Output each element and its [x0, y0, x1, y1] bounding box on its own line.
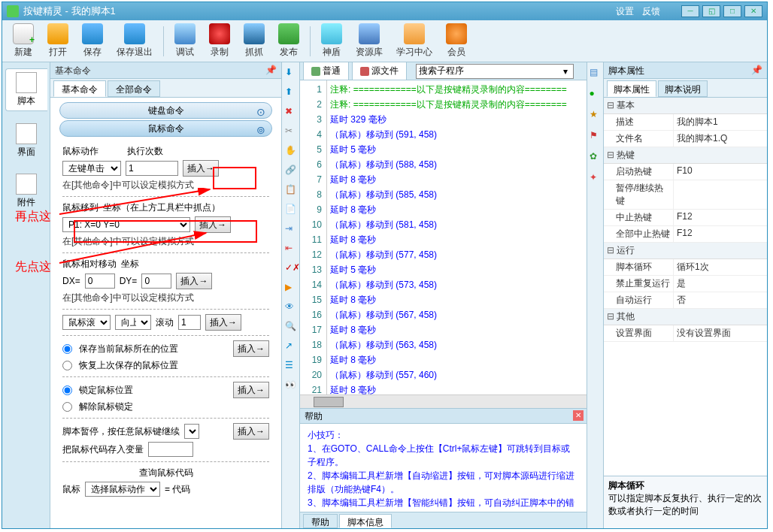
wheel-select[interactable]: 鼠标滚轮 — [62, 315, 111, 330]
insert-button-3[interactable]: 插入→ — [176, 273, 212, 289]
tool-hand-icon[interactable]: ✋ — [285, 145, 297, 157]
search-subroutine-input[interactable] — [416, 64, 574, 79]
side-tool-1[interactable]: ▤ — [590, 67, 602, 79]
code-line[interactable]: 延时 8 毫秒 — [330, 292, 584, 307]
code-line[interactable]: （鼠标）移动到 (588, 458) — [330, 157, 584, 172]
tool-find-icon[interactable]: 🔍 — [285, 321, 297, 333]
pin-icon[interactable]: 📌 — [265, 65, 277, 75]
exec-count-input[interactable] — [126, 161, 178, 176]
radio-savepos[interactable] — [62, 344, 72, 354]
help-tab-help[interactable]: 帮助 — [303, 514, 338, 528]
radio-unlock[interactable] — [62, 402, 72, 412]
settings-link[interactable]: 设置 — [616, 6, 634, 17]
tool-check-icon[interactable]: ✓✗ — [285, 262, 297, 274]
toolbar-神盾[interactable]: 神盾 — [315, 22, 348, 60]
dy-input[interactable] — [141, 274, 171, 289]
insert-button-2[interactable]: 插入→ — [195, 216, 231, 233]
side-tool-2[interactable]: ● — [590, 88, 602, 100]
code-line[interactable]: （鼠标）移动到 (591, 458) — [330, 127, 584, 142]
toolbar-保存退出[interactable]: 保存退出 — [111, 22, 159, 60]
code-line[interactable]: 延时 329 毫秒 — [330, 112, 584, 127]
prop-row[interactable]: 描述我的脚本1 — [604, 114, 767, 131]
search-dropdown-icon[interactable]: ▾ — [563, 66, 568, 77]
toolbar-会员[interactable]: 会员 — [440, 22, 473, 60]
minimize-button[interactable]: ─ — [681, 5, 699, 17]
side-tool-5[interactable]: ✿ — [590, 151, 602, 163]
tool-watch-icon[interactable]: 👀 — [285, 379, 297, 391]
tool-link-icon[interactable]: 🔗 — [285, 165, 297, 177]
restore-button[interactable]: ◱ — [702, 5, 720, 17]
pin-icon[interactable]: 📌 — [751, 65, 762, 75]
code-line[interactable]: （鼠标）移动到 (577, 458) — [330, 247, 584, 262]
toolbar-学习中心[interactable]: 学习中心 — [390, 22, 438, 60]
tool-eye-icon[interactable]: 👁 — [285, 301, 297, 313]
code-line[interactable]: （鼠标）移动到 (581, 458) — [330, 217, 584, 232]
tool-list-icon[interactable]: ☰ — [285, 360, 297, 372]
nav-界面[interactable]: 界面 — [5, 120, 47, 162]
radio-restore[interactable] — [62, 361, 72, 370]
tool-cut-icon[interactable]: ✂ — [285, 125, 297, 138]
horizontal-scrollbar[interactable] — [300, 394, 587, 408]
toolbar-打开[interactable]: 打开 — [41, 22, 74, 60]
radio-lock[interactable] — [62, 385, 72, 395]
tool-goto-icon[interactable]: ↗ — [285, 340, 297, 352]
prop-group[interactable]: 其他 — [604, 309, 767, 325]
help-tab-scriptinfo[interactable]: 脚本信息 — [339, 514, 392, 528]
code-line[interactable]: 延时 8 毫秒 — [330, 172, 584, 187]
toolbar-抓抓[interactable]: 抓抓 — [238, 22, 271, 60]
toolbar-资源库[interactable]: 资源库 — [350, 22, 389, 60]
dx-input[interactable] — [85, 274, 115, 289]
tab-normal-view[interactable]: 普通 — [303, 62, 349, 80]
help-close-icon[interactable]: ✕ — [573, 410, 584, 421]
tool-up-icon[interactable]: ⬆ — [285, 86, 297, 98]
prop-row[interactable]: 文件名我的脚本1.Q — [604, 131, 767, 147]
feedback-link[interactable]: 反馈 — [642, 6, 660, 17]
prop-row[interactable]: 全部中止热键F12 — [604, 226, 767, 243]
prop-row[interactable]: 脚本循环循环1次 — [604, 259, 767, 276]
mouse-action-select[interactable]: 左键单击 — [62, 161, 121, 176]
category-mouse[interactable]: 鼠标命令⊚ — [59, 120, 272, 137]
tab-source-view[interactable]: 源文件 — [352, 62, 407, 80]
prop-row[interactable]: 启动热键F10 — [604, 164, 767, 180]
prop-group[interactable]: 热键 — [604, 147, 767, 164]
tab-basic-cmd[interactable]: 基本命令 — [53, 80, 106, 97]
code-line[interactable]: 注释: ============以下是按键精灵录制的内容======== — [330, 82, 584, 97]
wheel-dir-select[interactable]: 向上 — [115, 315, 151, 330]
prop-row[interactable]: 自动运行否 — [604, 292, 767, 309]
prop-row[interactable]: 中止热键F12 — [604, 210, 767, 226]
code-line[interactable]: 延时 8 毫秒 — [330, 322, 584, 337]
insert-button-4[interactable]: 插入→ — [205, 314, 241, 331]
tab-script-desc[interactable]: 脚本说明 — [658, 80, 708, 97]
insert-button-6[interactable]: 插入→ — [233, 382, 269, 398]
tab-script-props[interactable]: 脚本属性 — [607, 80, 656, 97]
code-line[interactable]: 延时 5 毫秒 — [330, 142, 584, 157]
code-line[interactable]: 延时 8 毫秒 — [330, 382, 584, 394]
code-line[interactable]: （鼠标）移动到 (563, 458) — [330, 337, 584, 352]
prop-group[interactable]: 基本 — [604, 98, 767, 114]
tool-copy-icon[interactable]: 📋 — [285, 184, 297, 196]
nav-附件[interactable]: 附件 — [5, 171, 47, 212]
prop-row[interactable]: 暂停/继续热键 — [604, 180, 767, 210]
tool-play-icon[interactable]: ▶ — [285, 282, 297, 294]
tool-outdent-icon[interactable]: ⇤ — [285, 243, 297, 255]
code-line[interactable]: （鼠标）移动到 (567, 458) — [330, 307, 584, 322]
category-keyboard[interactable]: 键盘命令⊙ — [59, 102, 272, 119]
code-line[interactable]: 注释: ============以下是按键精灵录制的内容======== — [330, 97, 584, 112]
maximize-button[interactable]: □ — [723, 5, 741, 17]
code-line[interactable]: （鼠标）移动到 (573, 458) — [330, 277, 584, 292]
prop-group[interactable]: 运行 — [604, 243, 767, 259]
tab-all-cmd[interactable]: 全部命令 — [108, 80, 160, 97]
toolbar-发布[interactable]: 发布 — [272, 22, 305, 60]
code-line[interactable]: 延时 8 毫秒 — [330, 352, 584, 367]
prop-row[interactable]: 禁止重复运行是 — [604, 276, 767, 292]
coord-select[interactable]: P1: X=0 Y=0 — [62, 217, 190, 232]
toolbar-录制[interactable]: 录制 — [203, 22, 236, 60]
toolbar-调试[interactable]: 调试 — [168, 22, 202, 60]
insert-button-5[interactable]: 插入→ — [233, 340, 269, 357]
code-line[interactable]: （鼠标）移动到 (557, 460) — [330, 367, 584, 382]
toolbar-保存[interactable]: 保存 — [76, 22, 109, 60]
nav-脚本[interactable]: 脚本 — [5, 68, 47, 111]
side-tool-3[interactable]: ★ — [590, 109, 602, 121]
query-action-select[interactable]: 选择鼠标动作 — [85, 482, 160, 497]
side-tool-6[interactable]: ✦ — [590, 172, 602, 184]
